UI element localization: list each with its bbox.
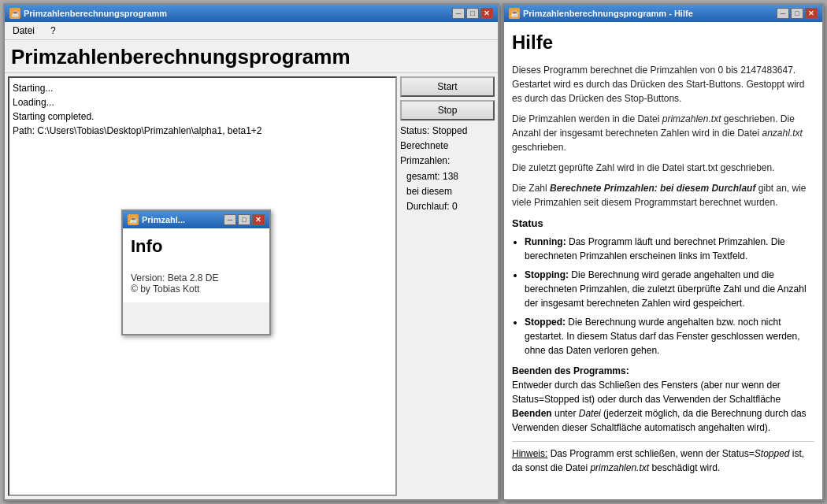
stop-button[interactable]: Stop [400, 100, 495, 120]
info-copyright: © by Tobias Kott [131, 284, 261, 295]
help-para2: Die Primzahlen werden in die Datei primz… [512, 112, 814, 154]
info-controls: ─ □ ✕ [224, 214, 265, 225]
log-line-2: Loading... [13, 95, 392, 109]
help-para3: Die zuletzt geprüfte Zahl wird in die Da… [512, 161, 814, 175]
status-stopped: Stopped: Die Berechnung wurde angehalten… [525, 315, 814, 358]
beenden-pre: Entweder durch das Schließen des Fenster… [512, 380, 781, 405]
status-panel: Status: Stopped Berechnete Primzahlen: g… [400, 124, 495, 214]
menu-help[interactable]: ? [47, 24, 59, 38]
hinweis-italic: Stopped [755, 448, 790, 459]
hinweis-italic2: primzahlen.txt [590, 462, 649, 473]
hinweis-pre: Das Programm erst schließen, wenn der St… [547, 448, 754, 459]
help-para4-pre: Die Zahl [512, 183, 550, 194]
start-button[interactable]: Start [400, 76, 495, 97]
info-title: Primzahl... [142, 215, 185, 224]
info-heading: Info [131, 236, 261, 257]
hinweis-underline: Hinweis: [512, 448, 547, 459]
status-list: Running: Das Programm läuft und berechne… [525, 235, 814, 358]
help-para2-italic: primzahlen.txt [662, 113, 721, 124]
info-content: Info Version: Beta 2.8 DE © by Tobias Ko… [123, 228, 269, 302]
status-running: Running: Das Programm läuft und berechne… [525, 235, 814, 263]
beenden-bold: Beenden [512, 408, 552, 419]
info-minimize[interactable]: ─ [224, 214, 236, 225]
help-para2-italic2: anzahl.txt [762, 128, 803, 139]
help-title-bar: ☕ Primzahlenberechnungsprogramm - Hilfe … [504, 5, 822, 22]
main-window-icon: ☕ [9, 8, 20, 19]
hinweis-section: Hinweis: Das Programm erst schließen, we… [512, 441, 814, 475]
log-line-3: Starting completed. [13, 109, 392, 124]
berechnete-label: Berechnete Primzahlen: [400, 139, 495, 169]
beenden-section: Beenden des Programms: Entweder durch da… [512, 364, 814, 435]
beenden-title: Beenden des Programms: [512, 365, 629, 376]
info-dialog: ☕ Primzahl... ─ □ ✕ Info Version: Beta 2… [121, 209, 271, 335]
help-intro: Dieses Programm berechnet die Primzahlen… [512, 63, 814, 106]
info-version: Version: Beta 2.8 DE [131, 272, 261, 284]
log-line-1: Starting... [13, 81, 392, 95]
stopping-label: Stopping: [525, 269, 569, 280]
hinweis-post2: beschädigt wird. [649, 462, 720, 473]
log-line-4: Path: C:\Users\Tobias\Desktop\Primzahlen… [13, 124, 392, 138]
app-title: Primzahlenberechnungsprogramm [5, 40, 498, 73]
help-icon: ☕ [509, 8, 520, 19]
info-maximize[interactable]: □ [238, 214, 250, 225]
running-label: Running: [525, 236, 566, 247]
help-heading: Hilfe [512, 28, 814, 57]
info-title-left: ☕ Primzahl... [128, 214, 185, 225]
main-window-title: Primzahlenberechnungsprogramm [24, 9, 167, 18]
title-bar-left: ☕ Primzahlenberechnungsprogramm [9, 8, 167, 19]
help-title-left: ☕ Primzahlenberechnungsprogramm - Hilfe [509, 8, 693, 19]
help-para4: Die Zahl Berechnete Primzahlen: bei dies… [512, 181, 814, 209]
help-window: ☕ Primzahlenberechnungsprogramm - Hilfe … [503, 3, 824, 501]
info-icon: ☕ [128, 214, 139, 225]
status-section-title: Status [512, 216, 814, 232]
close-button[interactable]: ✕ [480, 8, 493, 19]
gesamt-label: gesamt: 138 [400, 169, 495, 184]
status-label: Status: Stopped [400, 124, 495, 139]
stopped-text: Die Berechnung wurde angehalten bzw. noc… [525, 317, 800, 356]
help-window-title: Primzahlenberechnungsprogramm - Hilfe [523, 9, 693, 18]
help-controls: ─ □ ✕ [777, 8, 818, 19]
durchlauf-label: bei diesem Durchlauf: 0 [400, 184, 495, 214]
right-panel: Start Stop Status: Stopped Berechnete Pr… [400, 76, 495, 496]
help-para2-pre: Die Primzahlen werden in die Datei [512, 113, 662, 124]
main-title-bar: ☕ Primzahlenberechnungsprogramm ─ □ ✕ [5, 5, 498, 22]
help-minimize[interactable]: ─ [777, 8, 789, 19]
menu-datei[interactable]: Datei [9, 24, 38, 38]
menu-bar: Datei ? [5, 22, 498, 40]
help-close[interactable]: ✕ [805, 8, 818, 19]
help-para4-bold: Berechnete Primzahlen: bei diesem Durchl… [550, 183, 755, 194]
beenden-mid: unter [552, 408, 579, 419]
stopped-label: Stopped: [525, 317, 566, 328]
main-window: ☕ Primzahlenberechnungsprogramm ─ □ ✕ Da… [3, 3, 499, 501]
help-maximize[interactable]: □ [791, 8, 803, 19]
help-para2-post2: geschrieben. [512, 142, 566, 153]
status-stopping: Stopping: Die Berechnung wird gerade ang… [525, 268, 814, 310]
info-close[interactable]: ✕ [252, 214, 265, 225]
title-bar-controls: ─ □ ✕ [452, 8, 493, 19]
help-content[interactable]: Hilfe Dieses Programm berechnet die Prim… [504, 22, 822, 499]
info-title-bar: ☕ Primzahl... ─ □ ✕ [123, 211, 269, 228]
beenden-italic: Datei [579, 408, 601, 419]
minimize-button[interactable]: ─ [452, 8, 465, 19]
maximize-button[interactable]: □ [466, 8, 479, 19]
